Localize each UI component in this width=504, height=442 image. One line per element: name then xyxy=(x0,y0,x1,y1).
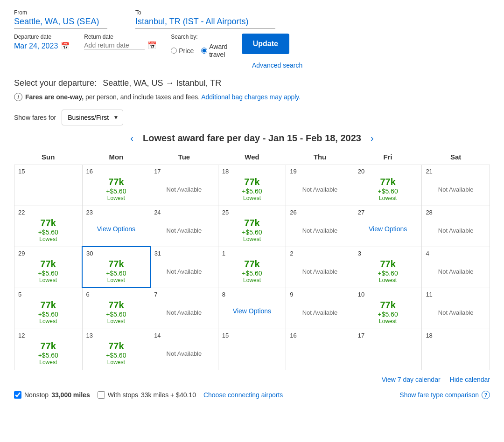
from-label: From xyxy=(14,9,107,16)
departure-date-group: Departure date Mar 24, 2023 📅 xyxy=(14,34,70,50)
day-8-wed[interactable]: 8 View Options xyxy=(218,288,286,329)
show-fares-label: Show fares for xyxy=(14,114,56,121)
day-30-mon[interactable]: 30 77k +$5.60 Lowest xyxy=(82,247,150,288)
day-28-sat: 28 Not Available xyxy=(422,206,490,247)
day-29-sun[interactable]: 29 77k +$5.60 Lowest xyxy=(14,247,83,288)
return-label: Return date xyxy=(84,34,157,40)
calendar-table: Sun Mon Tue Wed Thu Fri Sat 15 16 77k +$… xyxy=(14,149,490,370)
col-tue: Tue xyxy=(150,149,218,165)
next-month-button[interactable]: › xyxy=(371,133,374,144)
day-31-tue: 31 Not Available xyxy=(150,247,218,288)
calendar-header: ‹ Lowest award fare per day - Jan 15 - F… xyxy=(14,133,490,144)
with-stops-checkbox-item[interactable]: With stops 33k miles + $40.10 xyxy=(98,391,196,399)
day-16-thu: 16 xyxy=(286,329,354,370)
bottom-bar: Nonstop 33,000 miles With stops 33k mile… xyxy=(14,391,490,399)
search-by-group: Search by: Price Award travel xyxy=(171,34,227,59)
prev-month-button[interactable]: ‹ xyxy=(130,133,133,144)
day-12-sun[interactable]: 12 77k +$5.60 Lowest xyxy=(14,329,83,370)
price-radio[interactable] xyxy=(171,48,177,54)
day-20-fri[interactable]: 20 77k +$5.60 Lowest xyxy=(354,165,422,206)
award-radio[interactable] xyxy=(201,48,207,54)
col-sun: Sun xyxy=(14,149,83,165)
departure-label: Departure date xyxy=(14,34,70,40)
return-date-input[interactable] xyxy=(84,41,145,49)
day-10-fri[interactable]: 10 77k +$5.60 Lowest xyxy=(354,288,422,329)
show-fares-row: Show fares for Business/First xyxy=(14,110,490,125)
day-16-mon[interactable]: 16 77k +$5.60 Lowest xyxy=(82,165,150,206)
fare-comparison-link[interactable]: Show fare type comparison xyxy=(399,391,479,399)
search-section: From Seattle, WA, US (SEA) To Istanbul, … xyxy=(14,9,490,69)
day-5-sun[interactable]: 5 77k +$5.60 Lowest xyxy=(14,288,83,329)
connecting-airports-link[interactable]: Choose connecting airports xyxy=(203,391,283,399)
day-25-wed[interactable]: 25 77k +$5.60 Lowest xyxy=(218,206,286,247)
fares-info-bar: i Fares are one-way, per person, and inc… xyxy=(14,93,490,101)
fares-info-text: per person, and include taxes and fees. xyxy=(84,93,200,101)
view-7day-link[interactable]: View 7 day calendar xyxy=(382,376,441,383)
bag-charges-link[interactable]: Additional bag charges may apply. xyxy=(201,93,301,101)
day-15-sun: 15 xyxy=(14,165,83,206)
calendar-footer: View 7 day calendar Hide calendar xyxy=(14,376,490,383)
day-6-mon[interactable]: 6 77k +$5.60 Lowest xyxy=(82,288,150,329)
to-value[interactable]: Istanbul, TR (IST - All Airports) xyxy=(135,17,275,29)
return-calendar-icon[interactable]: 📅 xyxy=(147,41,157,50)
col-thu: Thu xyxy=(286,149,354,165)
calendar-title: Lowest award fare per day - Jan 15 - Feb… xyxy=(143,133,361,144)
award-radio-item[interactable]: Award travel xyxy=(201,43,227,59)
view-options-27[interactable]: View Options xyxy=(358,225,418,233)
nonstop-checkbox-item[interactable]: Nonstop 33,000 miles xyxy=(14,391,90,399)
day-1-wed[interactable]: 1 77k +$5.60 Lowest xyxy=(218,247,286,288)
advanced-search-link[interactable]: Advanced search xyxy=(252,62,490,69)
day-27-fri[interactable]: 27 View Options xyxy=(354,206,422,247)
fares-select-wrapper[interactable]: Business/First xyxy=(62,110,123,125)
table-row: 29 77k +$5.60 Lowest 30 77k +$5.60 Lowes… xyxy=(14,247,490,288)
with-stops-label: With stops xyxy=(108,391,138,399)
day-18-wed[interactable]: 18 77k +$5.60 Lowest xyxy=(218,165,286,206)
search-by-label: Search by: xyxy=(171,34,227,40)
col-wed: Wed xyxy=(218,149,286,165)
departure-value[interactable]: Mar 24, 2023 xyxy=(14,42,58,50)
day-3-fri[interactable]: 3 77k +$5.60 Lowest xyxy=(354,247,422,288)
table-row: 22 77k +$5.60 Lowest 23 View Options 24 … xyxy=(14,206,490,247)
table-row: 12 77k +$5.60 Lowest 13 77k +$5.60 Lowes… xyxy=(14,329,490,370)
help-icon[interactable]: ? xyxy=(482,391,490,399)
departure-calendar-icon[interactable]: 📅 xyxy=(61,41,70,50)
day-13-mon[interactable]: 13 77k +$5.60 Lowest xyxy=(82,329,150,370)
update-button[interactable]: Update xyxy=(242,34,289,54)
to-label: To xyxy=(135,9,275,16)
fares-select[interactable]: Business/First xyxy=(62,110,123,125)
day-9-thu: 9 Not Available xyxy=(286,288,354,329)
view-options-8[interactable]: View Options xyxy=(222,307,282,315)
day-26-thu: 26 Not Available xyxy=(286,206,354,247)
day-7-tue: 7 Not Available xyxy=(150,288,218,329)
date-search-row: Departure date Mar 24, 2023 📅 Return dat… xyxy=(14,34,490,59)
with-stops-miles: 33k miles + $40.10 xyxy=(141,391,196,399)
day-4-sat: 4 Not Available xyxy=(422,247,490,288)
info-icon: i xyxy=(14,93,22,101)
day-24-tue: 24 Not Available xyxy=(150,206,218,247)
day-2-thu: 2 Not Available xyxy=(286,247,354,288)
day-22-sun[interactable]: 22 77k +$5.60 Lowest xyxy=(14,206,83,247)
day-17-fri: 17 xyxy=(354,329,422,370)
nonstop-checkbox[interactable] xyxy=(14,391,21,399)
day-11-sat: 11 Not Available xyxy=(422,288,490,329)
col-sat: Sat xyxy=(422,149,490,165)
hide-calendar-link[interactable]: Hide calendar xyxy=(450,376,490,383)
nonstop-label: Nonstop xyxy=(24,391,49,399)
bottom-left: Nonstop 33,000 miles With stops 33k mile… xyxy=(14,391,283,399)
with-stops-checkbox[interactable] xyxy=(98,391,105,399)
day-15-wed: 15 xyxy=(218,329,286,370)
day-18-sat: 18 xyxy=(422,329,490,370)
table-row: 15 16 77k +$5.60 Lowest 17 Not Available… xyxy=(14,165,490,206)
bottom-right: Show fare type comparison ? xyxy=(399,391,490,399)
day-23-mon[interactable]: 23 View Options xyxy=(82,206,150,247)
col-fri: Fri xyxy=(354,149,422,165)
to-field: To Istanbul, TR (IST - All Airports) xyxy=(135,9,275,29)
price-radio-item[interactable]: Price xyxy=(171,43,194,59)
view-options-23[interactable]: View Options xyxy=(86,225,147,233)
award-radio-label: Award travel xyxy=(209,43,227,59)
from-value[interactable]: Seattle, WA, US (SEA) xyxy=(14,17,107,29)
day-17-tue: 17 Not Available xyxy=(150,165,218,206)
return-input-row: 📅 xyxy=(84,41,157,50)
route-text: Seattle, WA, US → Istanbul, TR xyxy=(103,78,221,88)
nonstop-miles: 33,000 miles xyxy=(51,391,90,399)
